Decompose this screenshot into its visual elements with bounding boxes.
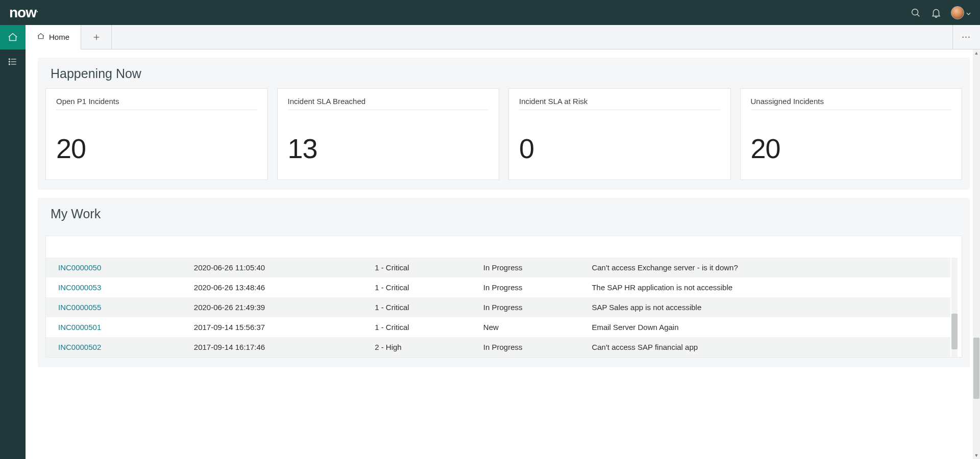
- cell-time: 2020-06-26 13:48:46: [182, 277, 362, 297]
- tab-strip: Home ···: [26, 25, 980, 49]
- global-header: now.: [0, 0, 980, 25]
- card-title: Incident SLA Breached: [288, 97, 489, 110]
- mini-scrollbar-track[interactable]: [951, 258, 958, 357]
- cell-priority: 1 - Critical: [362, 277, 471, 297]
- card-title: Open P1 Incidents: [56, 97, 257, 110]
- header-right: [910, 6, 971, 19]
- cell-description: Can't access Exchange server - is it dow…: [579, 258, 950, 277]
- left-rail: [0, 25, 26, 459]
- my-work-section: My Work INC00000502020-06-26 11:05:401 -…: [38, 198, 970, 367]
- svg-line-1: [917, 14, 919, 16]
- scroll-up-arrow-icon[interactable]: ▲: [974, 49, 979, 57]
- rail-home-button[interactable]: [0, 25, 26, 49]
- cell-state: In Progress: [471, 337, 580, 357]
- card-value: 20: [56, 133, 257, 164]
- notifications-icon[interactable]: [930, 7, 942, 18]
- table-row[interactable]: INC00005022017-09-14 16:17:462 - HighIn …: [46, 337, 950, 357]
- svg-point-0: [912, 9, 918, 15]
- new-tab-button[interactable]: [81, 25, 112, 49]
- card-sla-at-risk[interactable]: Incident SLA at Risk 0: [508, 88, 731, 180]
- cell-priority: 2 - High: [362, 337, 471, 357]
- body: Home ··· Happening Now Open P1 Incidents…: [0, 25, 980, 459]
- card-title: Unassigned Incidents: [751, 97, 952, 110]
- card-value: 13: [288, 133, 489, 164]
- my-work-list-container: INC00000502020-06-26 11:05:401 - Critica…: [46, 258, 958, 357]
- table-row[interactable]: INC00000502020-06-26 11:05:401 - Critica…: [46, 258, 950, 277]
- cell-priority: 1 - Critical: [362, 297, 471, 317]
- my-work-table: INC00000502020-06-26 11:05:401 - Critica…: [46, 258, 950, 357]
- incident-link[interactable]: INC0000050: [58, 263, 101, 272]
- caret-down-icon: [966, 9, 971, 17]
- cell-time: 2020-06-26 11:05:40: [182, 258, 362, 277]
- table-row[interactable]: INC00005012017-09-14 15:56:371 - Critica…: [46, 317, 950, 337]
- tab-home[interactable]: Home: [26, 25, 81, 49]
- incident-link[interactable]: INC0000055: [58, 303, 101, 312]
- card-value: 0: [519, 133, 720, 164]
- svg-point-6: [9, 64, 10, 65]
- logo-dot: .: [36, 5, 38, 13]
- rail-list-button[interactable]: [0, 49, 26, 74]
- main: Home ··· Happening Now Open P1 Incidents…: [26, 25, 980, 459]
- cell-state: In Progress: [471, 297, 580, 317]
- search-icon[interactable]: [910, 7, 921, 18]
- card-open-p1[interactable]: Open P1 Incidents 20: [45, 88, 268, 180]
- tab-overflow-button[interactable]: ···: [952, 25, 980, 49]
- card-sla-breached[interactable]: Incident SLA Breached 13: [277, 88, 500, 180]
- my-work-title: My Work: [38, 198, 969, 228]
- content-area: Happening Now Open P1 Incidents 20 Incid…: [26, 49, 980, 459]
- table-row[interactable]: INC00000552020-06-26 21:49:391 - Critica…: [46, 297, 950, 317]
- cell-description: Email Server Down Again: [579, 317, 950, 337]
- cell-time: 2017-09-14 15:56:37: [182, 317, 362, 337]
- logo-text: now: [9, 5, 36, 20]
- cell-description: SAP Sales app is not accessible: [579, 297, 950, 317]
- mini-scrollbar-thumb[interactable]: [951, 314, 958, 349]
- tab-label: Home: [49, 33, 69, 41]
- cell-state: In Progress: [471, 277, 580, 297]
- cell-description: The SAP HR application is not accessible: [579, 277, 950, 297]
- card-row: Open P1 Incidents 20 Incident SLA Breach…: [38, 88, 969, 180]
- my-work-panel: INC00000502020-06-26 11:05:401 - Critica…: [45, 236, 962, 358]
- card-value: 20: [751, 133, 952, 164]
- svg-point-2: [9, 59, 10, 60]
- card-unassigned[interactable]: Unassigned Incidents 20: [740, 88, 963, 180]
- cell-time: 2017-09-14 16:17:46: [182, 337, 362, 357]
- incident-link[interactable]: INC0000502: [58, 343, 101, 351]
- happening-now-title: Happening Now: [38, 58, 969, 88]
- card-title: Incident SLA at Risk: [519, 97, 720, 110]
- cell-priority: 1 - Critical: [362, 258, 471, 277]
- page-scrollbar[interactable]: ▲ ▼: [973, 49, 980, 459]
- cell-priority: 1 - Critical: [362, 317, 471, 337]
- incident-link[interactable]: INC0000501: [58, 323, 101, 332]
- happening-now-section: Happening Now Open P1 Incidents 20 Incid…: [38, 58, 970, 190]
- home-icon: [37, 32, 45, 42]
- page-scrollbar-thumb[interactable]: [973, 338, 979, 399]
- cell-state: In Progress: [471, 258, 580, 277]
- svg-point-4: [9, 61, 10, 62]
- cell-time: 2020-06-26 21:49:39: [182, 297, 362, 317]
- table-row[interactable]: INC00000532020-06-26 13:48:461 - Critica…: [46, 277, 950, 297]
- cell-description: Can't access SAP financial app: [579, 337, 950, 357]
- brand-logo: now.: [9, 6, 38, 20]
- user-menu[interactable]: [951, 6, 971, 19]
- avatar: [951, 6, 964, 19]
- tab-strip-spacer: [112, 25, 952, 49]
- cell-state: New: [471, 317, 580, 337]
- incident-link[interactable]: INC0000053: [58, 283, 101, 292]
- scroll-down-arrow-icon[interactable]: ▼: [974, 452, 979, 459]
